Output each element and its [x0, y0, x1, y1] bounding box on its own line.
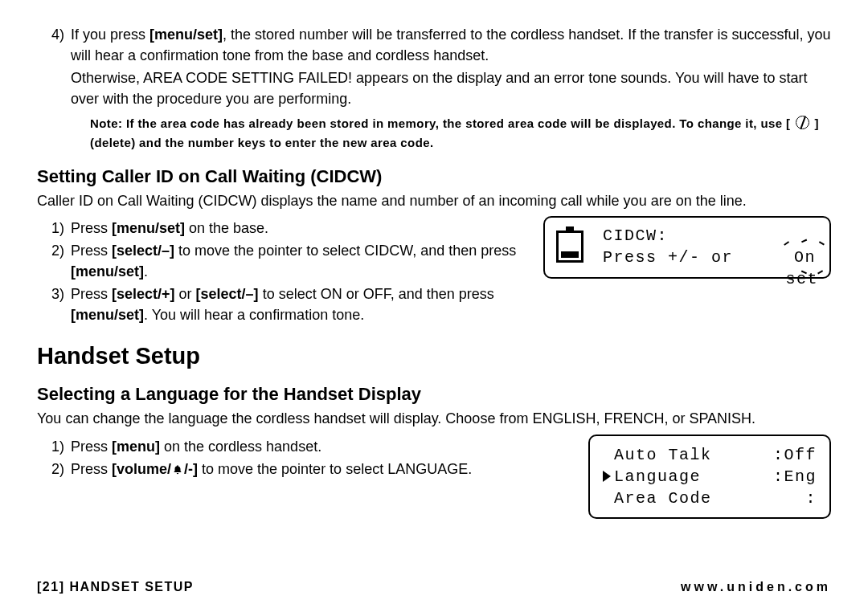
step-body: Press [select/+] or [select/–] to select… — [71, 284, 527, 325]
text: [volume/ — [112, 461, 171, 477]
note-text-a: Note: If the area code has already been … — [90, 116, 794, 130]
lcd-row-areacode: Area Code : — [603, 488, 817, 509]
pointer-icon — [603, 471, 611, 482]
page-footer: [21] HANDSET SETUP www.uniden.com — [37, 580, 831, 594]
lcd-screen-cidcw: CIDCW: Press +/- or On set — [543, 216, 831, 279]
step4-text-a: If you press — [71, 27, 149, 43]
text: Press — [71, 220, 112, 236]
cidcw-paragraph: Caller ID on Call Waiting (CIDCW) displa… — [37, 190, 831, 211]
lcd-value: : — [805, 488, 817, 509]
text: to move the pointer to select LANGUAGE. — [198, 461, 472, 477]
text: Press — [71, 461, 112, 477]
text: /-] — [184, 461, 198, 477]
step-body: Press [select/–] to move the pointer to … — [71, 240, 527, 282]
bold-menuset: [menu/set] — [71, 263, 144, 279]
lcd-text-set: set — [785, 268, 818, 290]
text: On — [794, 248, 816, 267]
list-item: 1) Press [menu] on the cordless handset. — [37, 436, 572, 457]
footer-page-label: [21] HANDSET SETUP — [37, 580, 194, 594]
step-number: 1) — [37, 218, 71, 239]
step-body: Press [menu/set] on the base. — [71, 218, 527, 239]
step-number: 2) — [37, 240, 71, 282]
heading-cidcw: Setting Caller ID on Call Waiting (CIDCW… — [37, 166, 831, 187]
bold-menuset: [menu/set] — [112, 220, 185, 236]
lcd-row-language: Language :Eng — [603, 466, 817, 488]
battery-icon — [556, 231, 583, 263]
language-steps: 1) Press [menu] on the cordless handset.… — [37, 436, 572, 481]
bold-menuset: [menu/set] — [71, 307, 144, 323]
list-item: 1) Press [menu/set] on the base. — [37, 218, 527, 239]
lcd-screen-language: Auto Talk :Off Language :Eng Area Code : — [588, 435, 831, 519]
step-4-body: If you press [menu/set], the stored numb… — [71, 24, 831, 152]
step-4: 4) If you press [menu/set], the stored n… — [37, 24, 831, 152]
bold-menu: [menu] — [112, 439, 160, 455]
cidcw-steps: 1) Press [menu/set] on the base. 2) Pres… — [37, 218, 527, 325]
bold-selectminus: [select/–] — [196, 286, 259, 302]
step-number: 2) — [37, 459, 71, 481]
bold-selectplus: [select/+] — [112, 286, 175, 302]
text: . — [144, 263, 148, 279]
lcd-value: :Eng — [773, 466, 817, 488]
footer-url: www.uniden.com — [681, 580, 831, 594]
lcd-value: :Off — [773, 444, 817, 466]
lcd-value-on: On — [792, 247, 818, 268]
step-4-number: 4) — [37, 24, 71, 152]
heading-language: Selecting a Language for the Handset Dis… — [37, 384, 831, 405]
text: Press — [71, 286, 112, 302]
lcd-row-autotalk: Auto Talk :Off — [603, 444, 817, 466]
list-item: 2) Press [volume//-] to move the pointer… — [37, 459, 572, 481]
lcd-label: Auto Talk — [614, 446, 712, 464]
text: to select ON or OFF, and then press — [259, 286, 494, 302]
list-item: 3) Press [select/+] or [select/–] to sel… — [37, 284, 527, 325]
step4-note: Note: If the area code has already been … — [71, 114, 831, 152]
bold-selectminus: [select/–] — [112, 243, 174, 259]
bell-icon — [172, 460, 183, 481]
step4-bold-menuset: [menu/set] — [149, 27, 223, 43]
lcd-text-left: Press +/- or — [603, 247, 733, 268]
text: to move the pointer to select CIDCW, and… — [174, 243, 516, 259]
step-body: Press [menu] on the cordless handset. — [71, 436, 572, 457]
lcd-line-1: CIDCW: — [603, 225, 818, 247]
text: . You will hear a confirmation tone. — [144, 307, 364, 323]
lcd-line-2: Press +/- or On set — [603, 247, 818, 268]
lcd-label: Area Code — [614, 489, 712, 508]
step-number: 3) — [37, 284, 71, 325]
text: on the cordless handset. — [160, 439, 321, 455]
text: Press — [71, 439, 112, 455]
step-body: Press [volume//-] to move the pointer to… — [71, 459, 572, 481]
text: on the base. — [185, 220, 268, 236]
lcd-label: Language — [614, 467, 701, 486]
bold-volume: [volume//-] — [112, 461, 198, 477]
heading-handset-setup: Handset Setup — [37, 343, 831, 369]
step-number: 1) — [37, 436, 71, 457]
text: or — [175, 286, 196, 302]
delete-key-icon — [796, 116, 809, 129]
list-item: 2) Press [select/–] to move the pointer … — [37, 240, 527, 282]
text: Press — [71, 243, 112, 259]
language-paragraph: You can change the language the cordless… — [37, 408, 831, 429]
step4-line2: Otherwise, AREA CODE SETTING FAILED! app… — [71, 67, 831, 109]
